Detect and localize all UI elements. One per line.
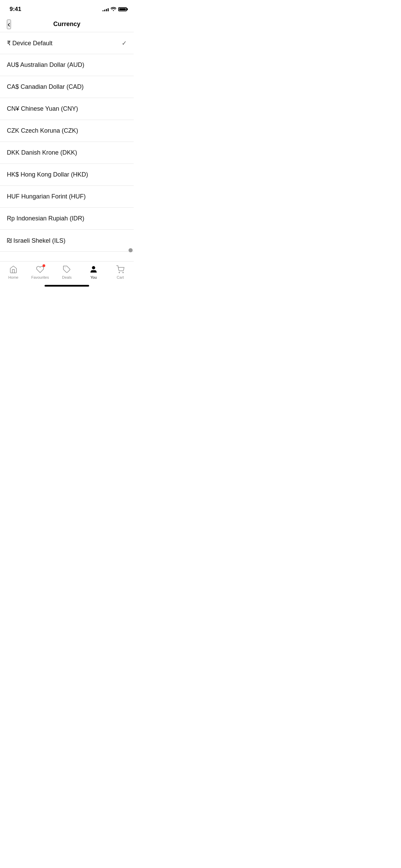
currency-item-huf[interactable]: HUF Hungarian Forint (HUF) [0,186,134,208]
nav-header: ‹ Currency [0,16,134,32]
currency-label: CZK Czech Koruna (CZK) [7,127,78,134]
back-button[interactable]: ‹ [7,20,11,29]
status-icons [102,7,127,12]
check-icon: ✓ [122,39,127,47]
svg-point-1 [92,266,95,269]
svg-point-3 [123,272,123,273]
status-bar: 9:41 [0,0,134,16]
currency-label: AU$ Australian Dollar (AUD) [7,61,84,69]
svg-point-2 [119,272,120,273]
currency-item-aud[interactable]: AU$ Australian Dollar (AUD) [0,54,134,76]
home-icon [9,265,18,274]
scroll-indicator [129,248,133,252]
currency-label: ₹ Device Default [7,39,52,47]
notification-dot [42,264,45,267]
tab-home-label: Home [8,275,18,279]
currency-item-jpy[interactable]: ¥ Japanese Yen (JPY) [0,252,134,258]
battery-icon [118,7,127,11]
cart-icon [116,265,125,274]
page-title: Currency [53,21,80,28]
currency-label: CN¥ Chinese Yuan (CNY) [7,105,78,112]
currency-item-idr[interactable]: Rp Indonesian Rupiah (IDR) [0,208,134,230]
currency-item-cad[interactable]: CA$ Canadian Dollar (CAD) [0,76,134,98]
tab-favourites[interactable]: Favourites [27,265,53,279]
signal-icon [102,7,109,11]
currency-label: HK$ Hong Kong Dollar (HKD) [7,171,88,178]
currency-label: DKK Danish Krone (DKK) [7,149,77,156]
currency-item-cny[interactable]: CN¥ Chinese Yuan (CNY) [0,98,134,120]
currency-item-device-default[interactable]: ₹ Device Default ✓ [0,32,134,54]
tab-home[interactable]: Home [0,265,27,279]
currency-label: CA$ Canadian Dollar (CAD) [7,83,84,91]
currency-label: Rp Indonesian Rupiah (IDR) [7,215,84,222]
tab-deals[interactable]: Deals [53,265,80,279]
deals-icon [62,265,71,274]
currency-item-czk[interactable]: CZK Czech Koruna (CZK) [0,120,134,142]
tab-you[interactable]: You [80,265,107,279]
tab-favourites-label: Favourites [31,275,49,279]
currency-label: HUF Hungarian Forint (HUF) [7,193,86,200]
status-time: 9:41 [10,6,21,13]
heart-icon [36,265,45,274]
home-indicator [45,285,89,287]
currency-item-ils[interactable]: ₪ Israeli Shekel (ILS) [0,230,134,252]
currency-label: ₪ Israeli Shekel (ILS) [7,237,65,244]
currency-item-dkk[interactable]: DKK Danish Krone (DKK) [0,142,134,164]
currency-item-hkd[interactable]: HK$ Hong Kong Dollar (HKD) [0,164,134,186]
tab-cart[interactable]: Cart [107,265,134,279]
user-icon [89,265,98,274]
tab-you-label: You [90,275,97,279]
wifi-icon [111,7,116,12]
tab-cart-label: Cart [117,275,124,279]
tab-deals-label: Deals [62,275,72,279]
currency-list[interactable]: ₹ Device Default ✓ AU$ Australian Dollar… [0,32,134,258]
